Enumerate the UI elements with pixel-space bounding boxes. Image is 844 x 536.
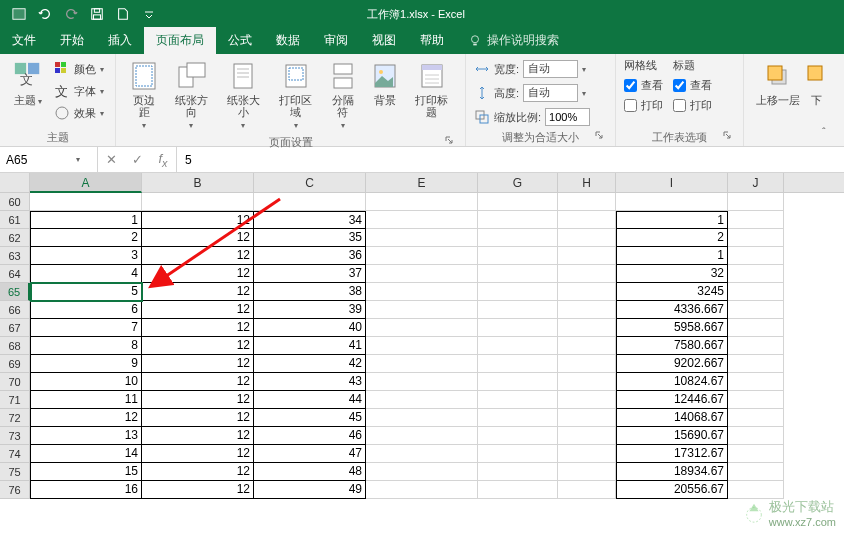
cell[interactable]: 4336.667: [616, 301, 728, 319]
cell[interactable]: 40: [254, 319, 366, 337]
cell[interactable]: 12: [142, 355, 254, 373]
cell[interactable]: [478, 481, 558, 499]
dialog-launcher[interactable]: [721, 130, 733, 142]
cell[interactable]: [366, 319, 478, 337]
headings-print-check[interactable]: 打印: [673, 95, 712, 115]
tell-me-search[interactable]: 操作说明搜索: [456, 27, 571, 54]
column-headers[interactable]: ABCEGHIJ: [30, 173, 844, 193]
cancel-formula-button[interactable]: ✕: [98, 152, 124, 167]
collapse-ribbon-button[interactable]: ˆ: [822, 126, 838, 142]
cell[interactable]: [366, 463, 478, 481]
width-setting[interactable]: 宽度:自动▾: [474, 58, 607, 80]
cell[interactable]: 2: [616, 229, 728, 247]
cell[interactable]: 12: [142, 265, 254, 283]
worksheet-grid[interactable]: ABCEGHIJ 6061626364656667686970717273747…: [0, 173, 844, 536]
cell[interactable]: 1: [616, 247, 728, 265]
cell[interactable]: 41: [254, 337, 366, 355]
cell[interactable]: 10: [30, 373, 142, 391]
cell[interactable]: 10824.67: [616, 373, 728, 391]
cell[interactable]: 12: [142, 481, 254, 499]
cell[interactable]: 7580.667: [616, 337, 728, 355]
row-header[interactable]: 67: [0, 319, 30, 337]
cell[interactable]: [478, 391, 558, 409]
cell[interactable]: [366, 373, 478, 391]
cell[interactable]: 35: [254, 229, 366, 247]
name-box-input[interactable]: [6, 153, 76, 167]
cell[interactable]: [478, 211, 558, 229]
cell[interactable]: [478, 301, 558, 319]
send-backward-button[interactable]: 下: [806, 58, 826, 108]
cell[interactable]: [366, 301, 478, 319]
cell[interactable]: [478, 373, 558, 391]
cell[interactable]: 1: [616, 211, 728, 229]
cell[interactable]: 12: [142, 301, 254, 319]
cell[interactable]: [728, 391, 784, 409]
cell[interactable]: [478, 445, 558, 463]
cell[interactable]: [30, 193, 142, 211]
column-header[interactable]: C: [254, 173, 366, 192]
row-header[interactable]: 73: [0, 427, 30, 445]
scale-setting[interactable]: 缩放比例:: [474, 106, 607, 128]
theme-effects-button[interactable]: 效果▾: [54, 102, 104, 124]
headings-view-check[interactable]: 查看: [673, 75, 712, 95]
cell[interactable]: [366, 445, 478, 463]
cell[interactable]: 48: [254, 463, 366, 481]
print-area-button[interactable]: 打印区域▾: [271, 58, 321, 133]
save-button[interactable]: [86, 3, 108, 25]
cell[interactable]: [366, 211, 478, 229]
cell[interactable]: [728, 481, 784, 499]
cell[interactable]: [366, 355, 478, 373]
formula-input[interactable]: 5: [177, 147, 844, 172]
row-header[interactable]: 71: [0, 391, 30, 409]
margins-button[interactable]: 页边距▾: [124, 58, 164, 133]
cell[interactable]: 12: [142, 229, 254, 247]
cell[interactable]: [728, 337, 784, 355]
column-header[interactable]: H: [558, 173, 616, 192]
cell[interactable]: 37: [254, 265, 366, 283]
background-button[interactable]: 背景: [365, 58, 405, 108]
name-box[interactable]: ▾: [0, 147, 98, 172]
theme-colors-button[interactable]: 颜色▾: [54, 58, 104, 80]
cell[interactable]: [478, 193, 558, 211]
column-header[interactable]: E: [366, 173, 478, 192]
tab-page-layout[interactable]: 页面布局: [144, 27, 216, 54]
cell[interactable]: 12: [142, 373, 254, 391]
tab-data[interactable]: 数据: [264, 27, 312, 54]
cell[interactable]: [558, 193, 616, 211]
cell[interactable]: 13: [30, 427, 142, 445]
cell[interactable]: 15: [30, 463, 142, 481]
cell[interactable]: [478, 247, 558, 265]
enter-formula-button[interactable]: ✓: [124, 152, 150, 167]
cell[interactable]: [728, 283, 784, 301]
cell[interactable]: [366, 193, 478, 211]
cell[interactable]: [728, 193, 784, 211]
cell[interactable]: [478, 427, 558, 445]
cell[interactable]: [478, 229, 558, 247]
cell[interactable]: 12: [142, 283, 254, 301]
cell[interactable]: 1: [30, 211, 142, 229]
cell[interactable]: [558, 445, 616, 463]
themes-button[interactable]: 文 主题 ▾: [8, 58, 48, 109]
cell[interactable]: [728, 427, 784, 445]
cell[interactable]: [558, 337, 616, 355]
cell[interactable]: 9202.667: [616, 355, 728, 373]
cell[interactable]: 12: [142, 427, 254, 445]
cell[interactable]: 5: [30, 283, 142, 301]
row-header[interactable]: 64: [0, 265, 30, 283]
cell[interactable]: 3245: [616, 283, 728, 301]
cell[interactable]: 6: [30, 301, 142, 319]
cell[interactable]: [366, 481, 478, 499]
cell[interactable]: [728, 463, 784, 481]
fx-button[interactable]: fx: [150, 151, 176, 169]
cell[interactable]: [558, 283, 616, 301]
column-header[interactable]: G: [478, 173, 558, 192]
cell[interactable]: [478, 265, 558, 283]
row-headers[interactable]: 6061626364656667686970717273747576: [0, 193, 30, 499]
cell[interactable]: 49: [254, 481, 366, 499]
cell[interactable]: [558, 409, 616, 427]
row-header[interactable]: 72: [0, 409, 30, 427]
cell[interactable]: [558, 481, 616, 499]
cell[interactable]: [366, 247, 478, 265]
row-header[interactable]: 74: [0, 445, 30, 463]
tab-view[interactable]: 视图: [360, 27, 408, 54]
